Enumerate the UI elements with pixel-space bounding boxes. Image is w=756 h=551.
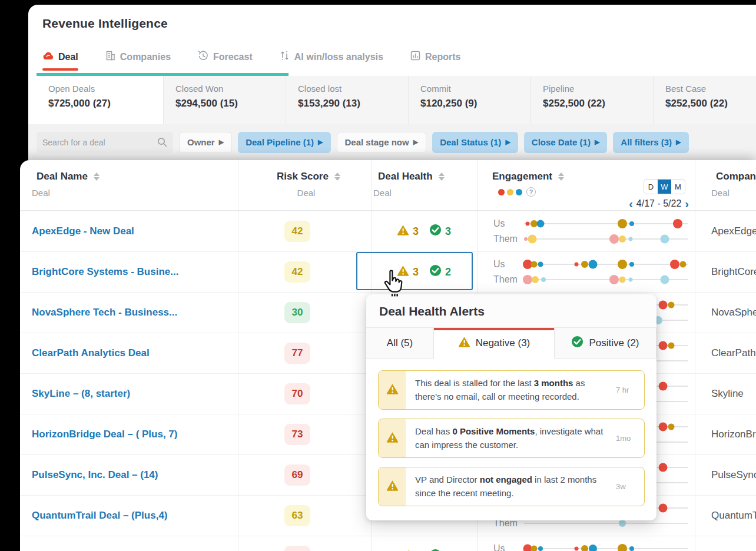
engagement-dot	[659, 382, 668, 391]
summary-cards: Open Deals$725,000 (27)Closed Won$294,50…	[37, 76, 756, 124]
engagement-dot	[629, 262, 634, 267]
positive-count: 3	[445, 225, 451, 238]
engagement-dot	[581, 545, 588, 551]
period-option-d[interactable]: D	[644, 180, 658, 194]
nav-tab-reports[interactable]: Reports	[410, 51, 460, 71]
filter-chip-all-filters-3-[interactable]: All filters (3)▶	[613, 132, 688, 153]
filter-chip-owner[interactable]: Owner▶	[179, 132, 232, 153]
caret-right-icon: ▶	[318, 138, 323, 146]
engagement-dot	[528, 235, 536, 244]
summary-card-commit[interactable]: Commit$120,250 (9)	[408, 76, 530, 124]
alert-timestamp: 1mo	[616, 419, 644, 457]
nav-tab-label: Reports	[425, 52, 460, 62]
summary-card-open-deals[interactable]: Open Deals$725,000 (27)	[37, 76, 163, 124]
sort-icon[interactable]	[439, 172, 445, 181]
period-option-m[interactable]: M	[671, 180, 685, 194]
card-value: $120,250 (9)	[420, 98, 519, 109]
column-header-company[interactable]: Company	[711, 171, 756, 182]
caret-right-icon: ▶	[676, 138, 681, 146]
chevron-right-icon[interactable]: ›	[685, 198, 689, 210]
sort-icon[interactable]	[558, 172, 564, 181]
risk-score-badge: 42	[284, 261, 310, 283]
filter-chip-deal-pipeline-1-[interactable]: Deal Pipeline (1)▶	[238, 132, 330, 153]
period-option-w[interactable]: W	[658, 180, 671, 194]
deal-health-cell[interactable]: 33	[371, 211, 477, 251]
column-header-deal-name[interactable]: Deal Name	[32, 171, 100, 182]
deal-name-link[interactable]: NovaSphere Tech - Business...	[32, 307, 177, 318]
popup-tab-label: Negative (3)	[476, 337, 530, 349]
card-label: Closed Won	[175, 84, 274, 94]
them-timeline	[524, 279, 688, 280]
column-header-deal-health[interactable]: Deal Health	[373, 171, 477, 182]
company-cell: NovaSphere Tech	[711, 307, 756, 318]
help-icon[interactable]: ?	[526, 187, 536, 197]
filter-chip-deal-stage-now[interactable]: Deal stage now▶	[337, 132, 427, 153]
engagement-dot	[629, 546, 634, 551]
deal-name-link[interactable]: SkyLine – (8, starter)	[32, 388, 130, 400]
engagement-dot	[523, 275, 532, 284]
deal-name-link[interactable]: HorizonBridge Deal – ( Plus, 7)	[32, 429, 178, 440]
engagement-dot	[609, 234, 619, 244]
summary-card-best-case[interactable]: Best Case$252,500 (22)	[653, 76, 756, 124]
us-label: Us	[493, 218, 505, 229]
nav-tab-deal[interactable]: Deal	[42, 51, 78, 71]
engagement-dot	[619, 235, 626, 243]
deal-name-link[interactable]: ApexEdge - New Deal	[32, 225, 134, 237]
card-label: Open Deals	[48, 84, 151, 94]
engagement-dot	[541, 277, 546, 282]
search-input[interactable]	[42, 138, 157, 147]
nav-tab-companies[interactable]: Companies	[105, 51, 171, 71]
deal-health-cell[interactable]	[371, 536, 477, 551]
popup-tab-all-5-[interactable]: All (5)	[366, 328, 434, 359]
filter-chip-deal-status-1-[interactable]: Deal Status (1)▶	[432, 132, 518, 153]
them-label: Them	[493, 234, 518, 244]
alert-card[interactable]: This deal is stalled for the last 3 mont…	[378, 370, 645, 410]
engagement-dot	[588, 260, 597, 269]
filter-chip-close-date-1-[interactable]: Close Date (1)▶	[524, 132, 608, 153]
popup-title: Deal Health Alerts	[366, 294, 656, 328]
company-cell: HorizonBridge	[711, 429, 756, 440]
deal-icon	[42, 51, 54, 62]
alert-card[interactable]: VP and Director not engaged in last 2 mo…	[378, 467, 645, 506]
sort-icon[interactable]	[94, 172, 100, 181]
column-header-risk-score[interactable]: Risk Score	[253, 171, 359, 182]
search-box[interactable]	[37, 132, 173, 153]
check-icon	[571, 336, 583, 351]
engagement-dot	[609, 275, 619, 284]
chevron-left-icon[interactable]: ‹	[629, 198, 633, 210]
engagement-dot	[536, 220, 544, 228]
alert-card[interactable]: Deal has 0 Positive Moments, investigate…	[378, 419, 645, 458]
check-icon	[429, 549, 442, 551]
deal-name-link[interactable]: PulseSync, Inc. Deal – (14)	[32, 469, 158, 481]
chip-label: Deal Status (1)	[440, 137, 501, 147]
engagement-dot	[679, 261, 686, 268]
popup-tab-positive-2-[interactable]: Positive (2)	[555, 328, 656, 359]
deal-name-link[interactable]: ClearPath Analytics Deal	[32, 347, 150, 359]
nav-tab-forecast[interactable]: Forecast	[198, 51, 253, 71]
progress-bar	[37, 73, 289, 76]
column-subtitle: Deal	[253, 188, 359, 198]
engagement-dot	[619, 520, 626, 527]
nav-tab-ai-win-loss-analysis[interactable]: AI win/loss analysis	[280, 51, 383, 71]
sort-icon[interactable]	[334, 172, 340, 181]
summary-card-pipeline[interactable]: Pipeline$252,500 (22)	[530, 76, 653, 124]
engagement-dot	[628, 237, 632, 241]
deal-name-link[interactable]: BrightCore Systems - Busine...	[32, 266, 178, 278]
selected-health-cell-outline	[356, 252, 473, 290]
engagement-dot	[661, 276, 669, 284]
deal-name-link[interactable]: QuantumTrail Deal – (Plus,4)	[32, 510, 168, 522]
company-cell: BrightCore Systems	[711, 266, 756, 278]
hand-cursor	[380, 270, 405, 299]
winloss-icon	[280, 51, 290, 63]
risk-score-badge: 70	[284, 383, 310, 404]
warning-icon	[458, 336, 470, 350]
popup-tab-negative-3-[interactable]: Negative (3)	[434, 328, 555, 359]
summary-card-closed-won[interactable]: Closed Won$294,500 (15)	[163, 76, 286, 124]
engagement-dot	[532, 276, 539, 283]
warning-icon	[386, 480, 399, 493]
caret-right-icon: ▶	[219, 138, 224, 146]
alert-timestamp: 7 hr	[616, 371, 644, 409]
risk-score-badge	[284, 546, 310, 551]
us-label: Us	[493, 259, 505, 270]
summary-card-closed-lost[interactable]: Closed lost$153,290 (13)	[286, 76, 408, 124]
